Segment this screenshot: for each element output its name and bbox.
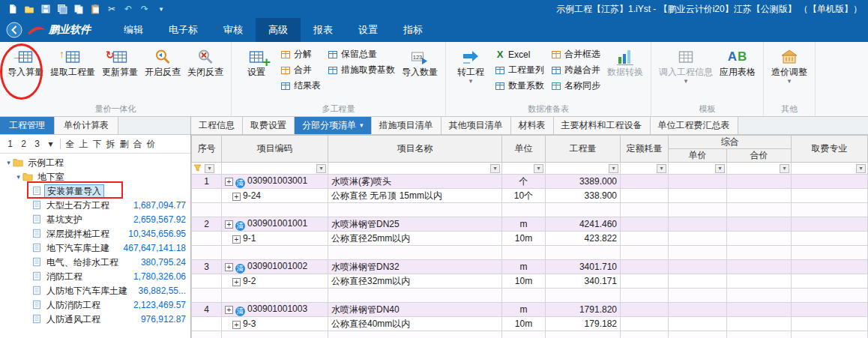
cell-quota[interactable] [621,217,669,232]
cell-up[interactable] [669,274,727,289]
ribbon-button-keep-total[interactable]: 保留总量 [325,48,397,61]
cell-up[interactable] [669,217,727,232]
cell-fee[interactable] [792,303,868,317]
more-icon[interactable]: ▾ [154,2,168,16]
cell-quota[interactable] [621,274,669,289]
tree-item-示例工程[interactable]: ▾示例工程 [0,155,190,169]
cell-code[interactable]: +清030901001001 [222,217,328,232]
expand-icon[interactable]: + [232,235,241,244]
menu-item-settings[interactable]: 设置 [346,18,391,42]
cell-fee[interactable] [792,217,868,232]
ribbon-button-price-adjust[interactable]: 造价调整▾ [769,44,810,103]
cell-code[interactable]: +清030901001002 [222,260,328,274]
menu-item-advanced[interactable]: 高级 [256,18,301,42]
ribbon-button-combine[interactable]: 合并 [278,64,323,76]
filter-dropdown-icon[interactable]: ▾ [609,164,618,173]
table-row[interactable]: +9-3公称直径40mm以内10m179.182 [192,317,868,331]
tree-item-人防通风工程[interactable]: 人防通风工程976,912.87 [0,312,190,326]
tree-toolbar-price[interactable]: 价 [145,137,157,151]
cell-qty[interactable]: 423.822 [546,232,621,246]
cell-seq[interactable] [192,317,222,331]
ribbon-button-import-quantity-values[interactable]: 123导入数量 [400,44,440,103]
ribbon-button-apply-table[interactable]: AB应用表格 [717,44,758,103]
expand-icon[interactable]: + [225,263,233,271]
ribbon-button-qty-coefficient[interactable]: 数量系数 [492,79,546,92]
cell-tp[interactable] [727,274,792,289]
tree-item-大型土石方工程[interactable]: 大型土石方工程1,687,094.77 [0,198,190,212]
cell-code[interactable]: +9-3 [222,317,328,331]
filter-cell-tp[interactable]: ▾ [727,163,792,175]
filter-cell-unit[interactable]: ▾ [502,163,546,175]
cell-fee[interactable] [792,232,868,246]
cell-unit[interactable]: 10m [502,232,546,246]
cell-name[interactable]: 公称直径25mm以内 [328,232,502,246]
cell-qty[interactable]: 340.171 [546,274,621,289]
cell-quota[interactable] [621,232,669,246]
tree-toolbar-up[interactable]: 上 [77,137,90,151]
cell-tp[interactable] [727,217,792,232]
cell-tp[interactable] [727,175,792,189]
header-unit-price[interactable]: 单价 [669,149,727,163]
cell-code[interactable]: +9-1 [222,232,328,246]
header-quota[interactable]: 定额耗量 [621,136,669,163]
header-qty[interactable]: 工程量 [546,136,621,163]
ribbon-button-cross-merge[interactable]: 跨越合并 [549,64,603,76]
table-row[interactable]: 3+清030901001002水喷淋钢管DN32m3401.710 [192,260,868,274]
tree-item-深层搅拌桩工程[interactable]: 深层搅拌桩工程10,345,656.95 [0,226,190,241]
tree-item-地下室[interactable]: ▾地下室 [0,169,190,184]
cell-fee[interactable] [792,317,868,331]
cell-unit[interactable]: 10m [502,274,546,289]
undo-icon[interactable]: ↶ [121,2,135,16]
tree-item-电气、给排水工程[interactable]: 电气、给排水工程380,795.24 [0,255,190,269]
back-button[interactable] [6,22,22,38]
cell-code[interactable]: +清030901001003 [222,303,328,317]
menu-item-report[interactable]: 报表 [301,18,346,42]
tree-toolbar-level-2[interactable]: 2 [17,137,30,151]
filter-dropdown-icon[interactable]: ▾ [780,164,789,173]
tree-toolbar-split[interactable]: 拆 [104,137,117,151]
copy-icon[interactable] [72,2,85,16]
cell-name[interactable]: 水喷淋(雾)喷头 [328,175,502,189]
cell-unit[interactable]: m [502,217,546,232]
cell-unit[interactable]: 个 [502,175,546,189]
cell-qty[interactable]: 4241.460 [546,217,621,232]
cell-qty[interactable]: 3389.000 [546,175,621,189]
cell-code[interactable]: +9-2 [222,274,328,289]
sheet-tab-project-info[interactable]: 工程信息 [191,117,243,134]
tree-toolbar-level-3[interactable]: 3 [31,137,43,151]
expand-icon[interactable]: + [225,178,233,186]
expand-icon[interactable]: + [232,193,241,201]
tree-item-人防消防工程[interactable]: 人防消防工程2,123,469.57 [0,298,190,312]
cell-up[interactable] [669,175,727,189]
cell-quota[interactable] [621,317,669,331]
filter-cell-fee[interactable]: ▾ [792,163,868,175]
save-icon[interactable] [39,2,52,16]
new-file-icon[interactable] [6,2,19,16]
cell-name[interactable]: 公称直径40mm以内 [328,317,502,331]
filter-dropdown-icon[interactable]: ▾ [490,164,500,173]
cell-seq[interactable] [192,274,222,289]
expand-icon[interactable]: + [232,278,241,286]
cell-code[interactable]: +9-24 [222,189,328,203]
table-row[interactable]: 1+清030901003001水喷淋(雾)喷头个3389.000 [192,175,868,189]
filter-dropdown-icon[interactable]: ▾ [534,164,543,173]
tree-item-安装算量导入[interactable]: 安装算量导入 [0,184,190,198]
cut-icon[interactable]: ✂ [105,2,118,16]
tree-item-人防地下汽车库土建[interactable]: 人防地下汽车库土建36,882,55... [0,283,190,298]
table-row[interactable]: +9-24公称直径 无吊顶 15mm以内10个338.900 [192,189,868,203]
header-fee-major[interactable]: 取费专业 [792,136,868,163]
table-row[interactable]: +9-2公称直径32mm以内10m340.171 [192,274,868,289]
cell-tp[interactable] [727,232,792,246]
tree-expander-icon[interactable]: ▾ [14,173,22,181]
filter-cell-seq[interactable]: ▾ [192,163,222,175]
menu-item-audit[interactable]: 审核 [211,18,256,42]
filter-dropdown-icon[interactable]: ▾ [715,164,725,173]
cell-seq[interactable] [192,232,222,246]
left-tab-project-manage[interactable]: 工程管理 [0,117,55,134]
header-seq[interactable]: 序号 [192,136,222,163]
cell-quota[interactable] [621,189,669,203]
cell-fee[interactable] [792,274,868,289]
table-row[interactable]: 4+清030901001003水喷淋钢管DN40m1791.820 [192,303,868,317]
filter-dropdown-icon[interactable]: ▾ [657,164,666,173]
menu-item-metrics[interactable]: 指标 [391,18,435,42]
